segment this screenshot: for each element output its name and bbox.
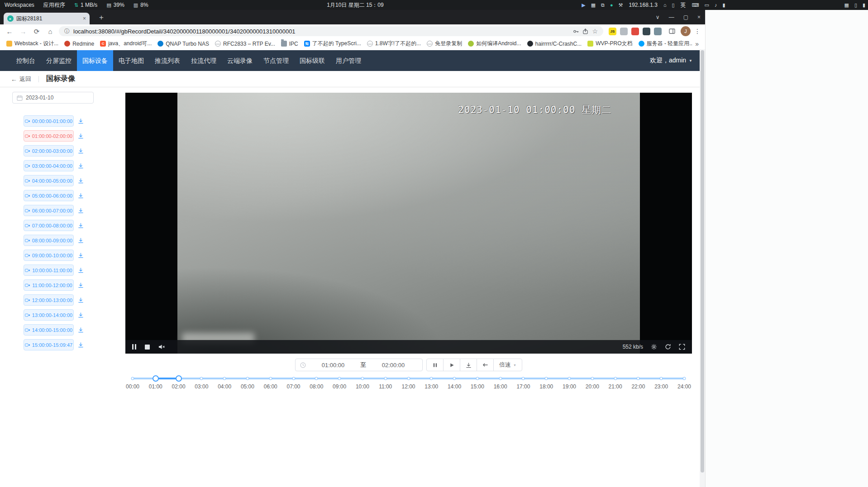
- reload-button[interactable]: ⟳: [32, 28, 42, 35]
- clock[interactable]: 1月10日 星期二 15：09: [327, 0, 383, 10]
- bookmark-item[interactable]: Webstack - 设计...: [4, 39, 61, 48]
- battery-indicator-2[interactable]: ▥ 8%: [134, 2, 148, 8]
- extension-gray[interactable]: [620, 28, 628, 35]
- segment-button[interactable]: 15:00:00-15:09:47: [24, 339, 74, 350]
- video-player[interactable]: 2023-01-10 01:00:00 星期二 552 kb/s: [125, 93, 692, 354]
- download-button[interactable]: [460, 359, 477, 371]
- player-refresh-icon[interactable]: [665, 344, 671, 350]
- nav-item-10[interactable]: 用户管理: [330, 50, 367, 71]
- segment-button[interactable]: 10:00:00-11:00:00: [24, 265, 74, 276]
- address-bar[interactable]: ⓘ localhost:38080/#/gbRecordDetail/34020…: [59, 26, 603, 36]
- segment-button[interactable]: 03:00:00-04:00:00: [24, 160, 74, 171]
- nav-item-4[interactable]: 电子地图: [113, 50, 149, 71]
- window-maximize-button[interactable]: ▢: [683, 14, 688, 20]
- segment-download-icon[interactable]: [78, 163, 84, 169]
- nav-item-2[interactable]: 分屏监控: [41, 50, 77, 71]
- timeline-handle-start[interactable]: [153, 375, 159, 382]
- back-button[interactable]: ←: [5, 28, 14, 35]
- bookmark-item[interactable]: Cjava、android可...: [97, 39, 154, 48]
- app-grid-icon[interactable]: ▦: [844, 3, 849, 8]
- segment-button[interactable]: 05:00:00-06:00:00: [24, 190, 74, 201]
- segment-download-icon[interactable]: [78, 267, 84, 273]
- nav-item-3[interactable]: 国标设备: [77, 50, 113, 71]
- battery-full-icon[interactable]: ▮: [863, 3, 865, 8]
- segment-button[interactable]: 02:00:00-03:00:00: [24, 145, 74, 156]
- forward-button[interactable]: →: [18, 28, 28, 35]
- profile-avatar[interactable]: J: [681, 26, 691, 36]
- end-time-value[interactable]: 02:00:00: [369, 362, 418, 369]
- timeline-slider[interactable]: [133, 374, 684, 383]
- extension-dark[interactable]: [643, 28, 650, 35]
- bookmark-star-icon[interactable]: ☆: [592, 28, 598, 35]
- page-scrollbar[interactable]: [700, 49, 705, 487]
- nav-item-5[interactable]: 推流列表: [149, 50, 186, 71]
- share-icon[interactable]: [582, 28, 588, 34]
- bookmark-item[interactable]: RFC2833 – RTP Ev...: [212, 40, 278, 48]
- site-info-icon[interactable]: ⓘ: [64, 28, 70, 35]
- player-pause-icon[interactable]: [132, 344, 136, 350]
- bookmark-item[interactable]: QNAP Turbo NAS: [155, 40, 212, 48]
- net-speed-indicator[interactable]: ⇅ 1 MB/s: [74, 2, 98, 8]
- phone-icon[interactable]: ▯: [854, 3, 857, 8]
- segment-button[interactable]: 09:00:00-10:00:00: [24, 250, 74, 261]
- bookmark-item[interactable]: WVP-PRO文档: [585, 39, 635, 48]
- segment-button[interactable]: 06:00:00-07:00:00: [24, 205, 74, 216]
- segment-download-icon[interactable]: [78, 193, 84, 199]
- applications-button[interactable]: 应用程序: [43, 1, 65, 9]
- bookmark-item[interactable]: Redmine: [62, 40, 97, 48]
- segment-download-icon[interactable]: [78, 118, 84, 124]
- segment-download-icon[interactable]: [78, 312, 84, 318]
- segment-button[interactable]: 07:00:00-08:00:00: [24, 220, 74, 231]
- segment-button[interactable]: 14:00:00-15:00:00: [24, 324, 74, 336]
- tablet-icon[interactable]: ▯: [672, 3, 675, 8]
- nav-item-7[interactable]: 云端录像: [222, 50, 258, 71]
- date-picker-input[interactable]: 2023-01-10: [12, 92, 94, 104]
- segment-download-icon[interactable]: [78, 327, 84, 333]
- keyboard-icon[interactable]: ⌨: [692, 3, 699, 8]
- tab-close-icon[interactable]: ×: [83, 15, 86, 22]
- rewind-button[interactable]: [477, 359, 494, 371]
- segment-button[interactable]: 13:00:00-14:00:00: [24, 309, 74, 321]
- volume-icon[interactable]: ♪: [715, 3, 717, 8]
- segment-download-icon[interactable]: [78, 297, 84, 303]
- calculator-icon[interactable]: ▦: [591, 3, 596, 8]
- segment-button[interactable]: 04:00:00-05:00:00: [24, 175, 74, 186]
- home-icon[interactable]: ⌂: [663, 3, 667, 8]
- segment-button[interactable]: 11:00:00-12:00:00: [24, 279, 74, 291]
- segment-download-icon[interactable]: [78, 252, 84, 258]
- extension-js[interactable]: JS: [609, 28, 616, 35]
- extension-red[interactable]: [631, 28, 639, 35]
- pause-button[interactable]: [426, 359, 444, 371]
- url-text[interactable]: localhost:38080/#/gbRecordDetail/3402000…: [73, 28, 569, 35]
- media-play-icon[interactable]: ▶: [582, 3, 585, 8]
- browser-menu-icon[interactable]: ⋮: [694, 28, 701, 34]
- language-indicator[interactable]: 英: [681, 1, 686, 9]
- bookmark-item[interactable]: 如何编译Android...: [465, 39, 524, 48]
- start-time-value[interactable]: 01:00:00: [309, 362, 358, 369]
- segment-download-icon[interactable]: [78, 208, 84, 213]
- password-key-icon[interactable]: [573, 28, 579, 34]
- timeline-handle-end[interactable]: [176, 375, 182, 382]
- display-icon[interactable]: ▭: [705, 3, 709, 8]
- battery-indicator-1[interactable]: ▤ 39%: [106, 2, 124, 8]
- play-button[interactable]: [443, 359, 460, 371]
- user-menu[interactable]: 欢迎，admin ▼: [650, 50, 692, 71]
- segment-button[interactable]: 08:00:00-09:00:00: [24, 235, 74, 246]
- segment-button[interactable]: 12:00:00-13:00:00: [24, 294, 74, 306]
- time-range-input[interactable]: 01:00:00 至 02:00:00: [295, 359, 423, 371]
- new-tab-button[interactable]: +: [96, 12, 107, 23]
- bookmark-item[interactable]: IPC: [278, 40, 301, 48]
- home-button[interactable]: ⌂: [45, 28, 55, 35]
- bookmark-item[interactable]: 服务器 - 轻量应用...: [636, 39, 693, 48]
- segment-download-icon[interactable]: [78, 282, 84, 288]
- window-close-button[interactable]: ×: [697, 14, 701, 20]
- bookmark-item[interactable]: hairrrrr/C-CrashC...: [525, 40, 585, 48]
- extension-puzzle[interactable]: [654, 28, 662, 35]
- segment-download-icon[interactable]: [78, 178, 84, 184]
- ip-address[interactable]: 192.168.1.3: [629, 2, 657, 8]
- bookmarks-overflow-icon[interactable]: »: [692, 40, 701, 47]
- split-view-icon[interactable]: [667, 28, 677, 35]
- segment-download-icon[interactable]: [78, 222, 84, 228]
- player-fullscreen-icon[interactable]: [679, 344, 685, 350]
- segment-download-icon[interactable]: [78, 133, 84, 139]
